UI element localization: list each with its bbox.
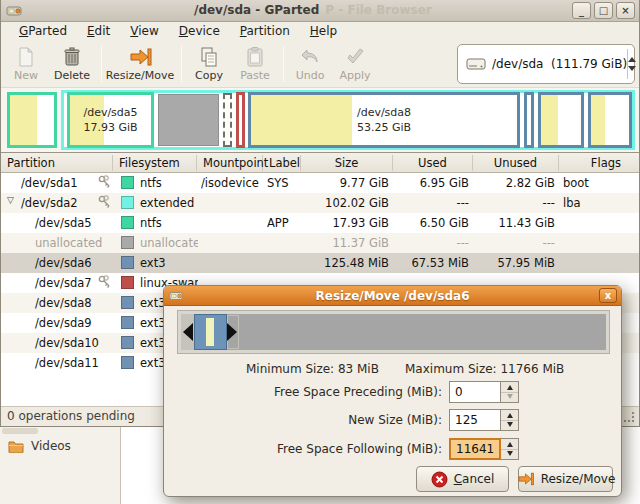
menu-partition[interactable]: Partition xyxy=(230,23,300,40)
diskbar-sda8-label: /dev/sda853.25 GiB xyxy=(251,95,517,145)
resize-handle-left[interactable] xyxy=(183,323,193,341)
toolbar: New Delete Resize/Move Copy Paste xyxy=(1,40,639,88)
menu-device[interactable]: Device xyxy=(169,23,230,40)
sidebar-item-label: Videos xyxy=(31,439,71,453)
header-size[interactable]: Size xyxy=(301,155,393,171)
filesystem-color-linux-swap xyxy=(121,276,134,289)
cancel-button-label: Cancel xyxy=(454,472,495,486)
filesystem-color-ntfs xyxy=(121,176,134,189)
filesystem-color-ext3 xyxy=(121,256,134,269)
minimize-button[interactable]: _ xyxy=(572,2,591,19)
toolbar-separator xyxy=(283,46,284,82)
table-row-sda6-selected[interactable]: /dev/sda6 ext3 125.48 MiB 67.53 MiB 57.9… xyxy=(1,253,639,273)
menu-help[interactable]: Help xyxy=(300,23,347,40)
menu-gparted[interactable]: GParted xyxy=(9,23,77,40)
free-space-preceding-input[interactable]: 0 xyxy=(449,381,501,403)
free-space-preceding-stepper[interactable] xyxy=(501,381,519,403)
screen: Videos /dev/sda - GPartedP - File Browse… xyxy=(0,0,640,504)
resize-move-icon xyxy=(128,46,152,68)
diskbar-unallocated[interactable] xyxy=(158,94,219,146)
free-space-following-input[interactable]: 11641 xyxy=(449,438,501,460)
dialog-titlebar[interactable]: Resize/Move /dev/sda6 x xyxy=(164,286,621,306)
dialog-close-icon[interactable]: x xyxy=(599,288,617,303)
drive-icon xyxy=(466,56,486,72)
titlebar[interactable]: /dev/sda - GPartedP - File Browser _ □ × xyxy=(1,0,639,22)
resize-grip[interactable] xyxy=(622,410,636,424)
filesystem-color-ext3 xyxy=(121,316,134,329)
close-button[interactable]: × xyxy=(616,2,635,19)
stepper-down-icon[interactable] xyxy=(501,391,518,402)
minimum-size-label: Minimum Size: 83 MiB xyxy=(246,362,379,376)
table-row-sda2[interactable]: ▽ /dev/sda2 extended 102.02 GiB --- --- … xyxy=(1,193,639,213)
table-header: Partition Filesystem Mountpoint Label Si… xyxy=(1,153,639,173)
paste-icon xyxy=(244,46,266,68)
free-space-following-stepper[interactable] xyxy=(501,438,519,460)
new-size-input[interactable]: 125 xyxy=(449,409,501,431)
resize-move-dialog: Resize/Move /dev/sda6 x Minimum Size: 83… xyxy=(163,285,622,497)
header-label[interactable]: Label xyxy=(263,155,301,171)
resize-handle-right[interactable] xyxy=(227,323,237,341)
resize-move-icon xyxy=(516,471,535,487)
header-mountpoint[interactable]: Mountpoint xyxy=(197,155,263,171)
table-row-sda1[interactable]: /dev/sda1 ntfs /isodevice SYS 9.77 GiB 6… xyxy=(1,173,639,193)
diskbar-sda6-selected[interactable] xyxy=(223,93,232,147)
dialog-resize-move-button[interactable]: Resize/Move xyxy=(518,466,613,492)
table-row-unallocated[interactable]: unallocated unallocated 11.37 GiB --- --… xyxy=(1,233,639,253)
stepper-down-icon[interactable] xyxy=(501,448,518,459)
new-button: New xyxy=(7,42,45,86)
free-space-following-label: Free Space Following (MiB): xyxy=(164,442,442,456)
resize-move-button-label: Resize/Move xyxy=(541,472,616,486)
free-space-following-row: Free Space Following (MiB): 11641 xyxy=(164,438,623,461)
diskbar-sda5[interactable]: /dev/sda517.93 GiB xyxy=(67,92,154,148)
keys-icon xyxy=(97,275,115,289)
disk-visual-bar: /dev/sda517.93 GiB /dev/sda853.25 GiB xyxy=(1,88,639,152)
copy-icon xyxy=(198,46,220,68)
menubar: GParted Edit View Device Partition Help xyxy=(1,22,639,40)
keys-icon xyxy=(97,175,115,189)
new-size-row: New Size (MiB): 125 xyxy=(164,409,623,432)
table-row-sda5[interactable]: /dev/sda5 ntfs APP 17.93 GiB 6.50 GiB 11… xyxy=(1,213,639,233)
new-size-stepper[interactable] xyxy=(501,409,519,431)
gparted-app-icon xyxy=(6,3,22,19)
sidebar-item-videos[interactable]: Videos xyxy=(8,439,71,453)
maximize-button[interactable]: □ xyxy=(594,2,613,19)
header-used[interactable]: Used xyxy=(393,155,473,171)
resize-slider-partition[interactable] xyxy=(194,314,227,350)
copy-button[interactable]: Copy xyxy=(189,42,229,86)
filesystem-color-ext3 xyxy=(121,336,134,349)
keys-icon xyxy=(97,195,115,209)
folder-icon xyxy=(8,440,24,453)
device-selector[interactable]: /dev/sda (111.79 GiB) xyxy=(457,44,635,84)
diskbar-sda10[interactable] xyxy=(538,92,584,148)
toolbar-separator xyxy=(181,46,182,82)
header-flags[interactable]: Flags xyxy=(559,155,639,171)
diskbar-sda11[interactable] xyxy=(588,92,632,148)
free-space-preceding-row: Free Space Preceding (MiB): 0 xyxy=(164,381,623,404)
diskbar-sda7[interactable] xyxy=(236,92,245,148)
status-text: 0 operations pending xyxy=(7,409,135,423)
resize-move-button[interactable]: Resize/Move xyxy=(107,42,173,86)
toolbar-separator xyxy=(101,46,102,82)
menu-view[interactable]: View xyxy=(120,23,168,40)
diskbar-sda8[interactable]: /dev/sda853.25 GiB xyxy=(248,92,520,148)
delete-button[interactable]: Delete xyxy=(49,42,95,86)
header-unused[interactable]: Unused xyxy=(473,155,559,171)
diskbar-sda5-label: /dev/sda517.93 GiB xyxy=(70,95,151,145)
filesystem-color-ntfs xyxy=(121,216,134,229)
header-filesystem[interactable]: Filesystem xyxy=(113,155,197,171)
resize-slider[interactable] xyxy=(177,310,610,354)
diskbar-sda1[interactable] xyxy=(7,92,57,148)
apply-check-icon xyxy=(344,46,366,68)
header-partition[interactable]: Partition xyxy=(1,155,113,171)
stepper-down-icon[interactable] xyxy=(501,419,518,430)
dialog-title: Resize/Move /dev/sda6 xyxy=(164,289,621,303)
ghost-window-title: P - File Browser xyxy=(325,3,431,17)
diskbar-sda9[interactable] xyxy=(524,92,534,148)
cancel-icon xyxy=(431,471,448,488)
undo-icon xyxy=(299,46,321,68)
cancel-button[interactable]: Cancel xyxy=(416,466,509,492)
menu-edit[interactable]: Edit xyxy=(77,23,120,40)
new-size-label: New Size (MiB): xyxy=(164,413,442,427)
apply-button: Apply xyxy=(335,42,375,86)
device-selector-stepper[interactable] xyxy=(627,49,636,79)
